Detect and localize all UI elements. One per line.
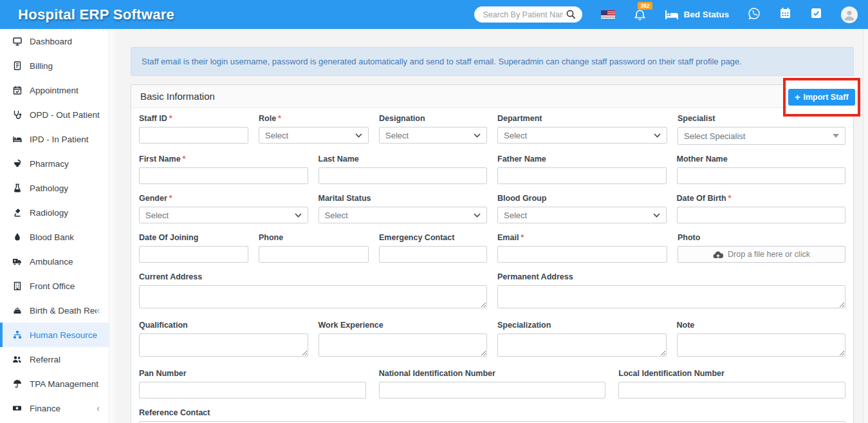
page-scrollbar[interactable] — [863, 29, 868, 423]
date-of-joining-input[interactable] — [139, 246, 248, 263]
field-date-of-joining: Date Of Joining — [139, 233, 248, 263]
required-marker: * — [183, 155, 186, 164]
specialist-select[interactable]: Select Specialist — [678, 127, 845, 145]
sidebar-item-label: IPD - In Patient — [30, 135, 89, 144]
field-designation: Designation Select — [379, 114, 487, 145]
sidebar-item-dashboard[interactable]: Dashboard — [0, 29, 109, 53]
sidebar-item-label: Referral — [30, 355, 60, 364]
sidebar-scrollbar[interactable] — [109, 29, 115, 423]
field-label: Role — [259, 114, 276, 123]
national-identification-number-input[interactable] — [379, 382, 606, 399]
language-flag-icon[interactable] — [601, 10, 615, 19]
sidebar-item-billing[interactable]: Billing — [0, 53, 109, 78]
sidebar-item-pathology[interactable]: Pathology — [0, 176, 109, 200]
bed-status-button[interactable]: Bed Status — [665, 10, 729, 20]
notifications-button[interactable]: 352 — [634, 9, 646, 24]
whatsapp-icon[interactable] — [748, 7, 761, 23]
field-last-name: Last Name — [319, 155, 488, 184]
field-photo: Photo Drop a file here or click — [678, 233, 845, 263]
field-pan-number: Pan Number — [139, 369, 366, 399]
field-marital-status: Marital Status Select — [319, 194, 488, 223]
sidebar-item-radiology[interactable]: Radiology — [0, 200, 109, 225]
department-select[interactable]: Select — [497, 127, 667, 144]
sidebar-item-finance[interactable]: Finance ‹ — [0, 396, 109, 420]
sidebar-item-tpa[interactable]: TPA Management — [0, 371, 109, 396]
search-icon[interactable] — [566, 9, 577, 23]
sidebar-item-opd[interactable]: OPD - Out Patient — [0, 102, 109, 127]
dropdown-arrow-icon — [833, 134, 839, 138]
phone-input[interactable] — [259, 246, 369, 263]
marital-status-select[interactable]: Select — [319, 207, 488, 223]
dashboard-icon — [12, 37, 23, 46]
info-alert-text: Staff email is their login username, pas… — [142, 57, 742, 66]
field-reference-contact: Reference Contact — [139, 408, 845, 423]
upload-cloud-icon — [713, 250, 723, 259]
bell-icon — [634, 9, 646, 22]
mother-name-input[interactable] — [677, 167, 846, 184]
sidebar-item-label: Human Resource — [30, 330, 97, 340]
father-name-input[interactable] — [497, 167, 667, 184]
mortar-icon — [12, 159, 23, 168]
blood-group-select[interactable]: Select — [497, 207, 667, 223]
import-staff-button[interactable]: + Import Staff — [788, 89, 854, 106]
sidebar-item-appointment[interactable]: Appointment — [0, 78, 109, 102]
field-label: Reference Contact — [139, 408, 210, 417]
first-name-input[interactable] — [139, 167, 308, 184]
date-of-birth-input[interactable] — [677, 207, 846, 223]
sidebar-item-referral[interactable]: Referral — [0, 347, 109, 371]
chevron-down-icon — [654, 133, 661, 138]
chevron-down-icon — [653, 213, 660, 218]
sidebar-item-ipd[interactable]: IPD - In Patient — [0, 127, 109, 151]
gender-select-value: Select — [145, 211, 295, 220]
work-experience-textarea[interactable] — [319, 334, 488, 357]
field-work-experience: Work Experience — [319, 321, 488, 359]
current-address-textarea[interactable] — [139, 285, 487, 308]
field-note: Note — [677, 321, 846, 359]
last-name-input[interactable] — [319, 167, 488, 184]
sidebar-item-birth-death[interactable]: Birth & Death Record ‹ — [0, 298, 109, 323]
field-label: Qualification — [139, 321, 188, 330]
field-label: Email — [497, 233, 519, 242]
calendar-icon[interactable] — [779, 7, 791, 22]
specialization-textarea[interactable] — [497, 334, 667, 357]
field-first-name: First Name* — [139, 155, 308, 184]
chevron-down-icon — [295, 213, 302, 218]
required-marker: * — [521, 233, 524, 242]
pan-number-input[interactable] — [139, 382, 366, 399]
main-content: Staff email is their login username, pas… — [116, 29, 868, 423]
staff-id-input[interactable] — [139, 127, 248, 144]
tasks-icon[interactable] — [810, 7, 822, 22]
email-input[interactable] — [497, 246, 667, 263]
field-specialist: Specialist Select Specialist — [678, 114, 845, 145]
field-label: Work Experience — [319, 321, 383, 330]
field-permanent-address: Permanent Address — [497, 272, 845, 311]
appointment-icon — [12, 86, 23, 95]
sidebar-item-ambulance[interactable]: Ambulance — [0, 249, 109, 274]
marital-status-select-value: Select — [325, 211, 474, 220]
local-identification-number-input[interactable] — [618, 382, 845, 399]
avatar[interactable] — [841, 6, 858, 23]
photo-dropzone[interactable]: Drop a file here or click — [678, 246, 845, 263]
required-marker: * — [728, 194, 732, 203]
field-local-identification-number: Local Identification Number — [618, 369, 845, 399]
qualification-textarea[interactable] — [139, 334, 308, 357]
chevron-left-icon: ‹ — [97, 403, 102, 413]
money-icon — [12, 404, 23, 413]
field-email: Email* — [497, 233, 667, 263]
field-label: Date Of Joining — [139, 233, 198, 242]
role-select[interactable]: Select — [259, 127, 369, 144]
sidebar-item-pharmacy[interactable]: Pharmacy — [0, 151, 109, 176]
note-textarea[interactable] — [677, 334, 846, 357]
patient-search — [474, 6, 582, 23]
field-label: Emergency Contact — [379, 233, 454, 242]
sidebar-item-human-resource[interactable]: Human Resource — [0, 323, 109, 347]
required-marker: * — [278, 114, 281, 123]
field-label: Local Identification Number — [618, 369, 725, 378]
gender-select[interactable]: Select — [139, 207, 308, 223]
emergency-contact-input[interactable] — [379, 246, 487, 263]
designation-select[interactable]: Select — [379, 127, 487, 144]
permanent-address-textarea[interactable] — [497, 285, 845, 308]
sidebar-item-blood-bank[interactable]: Blood Bank — [0, 225, 109, 249]
field-label: Current Address — [139, 272, 202, 281]
sidebar-item-front-office[interactable]: Front Office — [0, 274, 109, 298]
